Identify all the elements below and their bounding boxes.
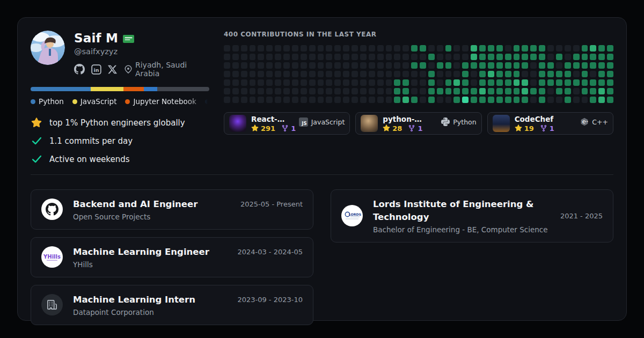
contribution-cell [598, 54, 605, 60]
contribution-cell [496, 88, 503, 94]
contribution-cell [420, 88, 426, 94]
contribution-cell [258, 71, 264, 77]
repo-language-name: Python [453, 118, 476, 126]
contribution-cell [565, 79, 571, 86]
contribution-cell [224, 97, 230, 103]
contribution-cell [556, 45, 562, 52]
contribution-cell [530, 62, 537, 69]
experience-subtitle: YHills [73, 260, 227, 269]
contribution-cell [496, 71, 503, 77]
contribution-cell [607, 62, 613, 69]
contribution-cell [318, 88, 324, 94]
contribution-cell [565, 62, 571, 69]
contribution-cell [309, 88, 316, 94]
contribution-cell [565, 97, 571, 103]
contribution-cell [590, 54, 596, 60]
contribution-cell [462, 62, 469, 69]
contribution-cell [241, 54, 247, 60]
contribution-cell [266, 97, 273, 103]
contribution-cell [479, 71, 486, 77]
contribution-cell [607, 97, 613, 103]
contribution-cell [334, 54, 341, 60]
contribution-cell [326, 71, 332, 77]
education-title: Lords Institute of Engineering & Technol… [373, 198, 550, 224]
contribution-cell [582, 79, 588, 86]
yhills-logo-icon: YHills [41, 246, 63, 268]
contribution-cell [266, 79, 273, 86]
contribution-cell [241, 97, 247, 103]
contribution-cell [394, 45, 400, 52]
contribution-cell [241, 79, 247, 86]
contribution-cell [394, 97, 400, 103]
contribution-cell [360, 71, 367, 77]
contribution-cell [428, 71, 435, 77]
contribution-cell [522, 45, 528, 52]
x-icon[interactable] [108, 65, 117, 74]
education-dates: 2021 - 2025 [560, 212, 603, 220]
contribution-cell [343, 71, 349, 77]
contribution-cell [598, 45, 605, 52]
contribution-cell [582, 88, 588, 94]
contribution-cell [547, 62, 554, 69]
linkedin-icon[interactable]: in [91, 64, 101, 75]
contribution-cell [334, 45, 341, 52]
github-icon[interactable] [74, 64, 85, 75]
contribution-cell [301, 97, 307, 103]
contribution-cell [309, 79, 316, 86]
contribution-cell [266, 54, 273, 60]
contribution-cell [360, 79, 367, 86]
contribution-cell [420, 97, 426, 103]
contribution-cell [453, 79, 460, 86]
repo-card-codechef[interactable]: CodeChef191C++C++ [487, 112, 613, 135]
location-text: Riyadh, Saudi Arabia [135, 61, 210, 78]
building-icon [41, 294, 63, 315]
contribution-cell [514, 45, 520, 52]
contribution-cell [250, 97, 256, 103]
contribution-cell [505, 79, 511, 86]
contribution-cell [352, 71, 358, 77]
repo-card-python[interactable]: python-…281Python [355, 112, 481, 135]
contribution-cell [582, 45, 588, 52]
contribution-cell [360, 54, 367, 60]
contribution-cell [471, 45, 477, 52]
contribution-cell [496, 54, 503, 60]
contribution-cell [556, 79, 562, 86]
contributions-header: 400 CONTRIBUTIONS IN THE LAST YEAR [224, 31, 613, 38]
contribution-cell [573, 45, 580, 52]
contribution-cell [479, 54, 486, 60]
legend-label: Python [39, 97, 64, 106]
repo-card-react[interactable]: React-…2911JSJavaScript [224, 112, 350, 135]
contribution-cell [343, 79, 349, 86]
contribution-cell [352, 79, 358, 86]
contribution-cell [326, 97, 332, 103]
contribution-cell [334, 62, 341, 69]
contribution-cell [505, 97, 511, 103]
contributions-column: 400 CONTRIBUTIONS IN THE LAST YEAR React… [224, 31, 613, 165]
contribution-cell [462, 88, 469, 94]
contribution-cell [556, 71, 562, 77]
contribution-cell [411, 97, 418, 103]
contribution-cell [547, 97, 554, 103]
contribution-cell [369, 71, 375, 77]
experience-main: Machine Learning EngineerYHills [73, 246, 227, 269]
contribution-cell [488, 79, 494, 86]
contribution-cell [309, 71, 316, 77]
contribution-cell [386, 45, 392, 52]
contribution-cell [369, 97, 375, 103]
contribution-cell [283, 45, 290, 52]
contribution-cell [607, 45, 613, 52]
contribution-cell [590, 88, 596, 94]
contribution-cell [428, 88, 435, 94]
contribution-cell [309, 62, 316, 69]
location-pin-icon [124, 65, 133, 74]
contribution-cell [275, 97, 281, 103]
contribution-cell [565, 45, 571, 52]
profile-handle: @saifxyzyz [74, 47, 210, 56]
contribution-cell [471, 88, 477, 94]
contribution-cell [539, 54, 545, 60]
contribution-cell [377, 71, 384, 77]
experience-title: Machine Learning Intern [73, 293, 227, 306]
contribution-cell [386, 54, 392, 60]
contribution-cell [462, 54, 469, 60]
contribution-cell [258, 54, 264, 60]
